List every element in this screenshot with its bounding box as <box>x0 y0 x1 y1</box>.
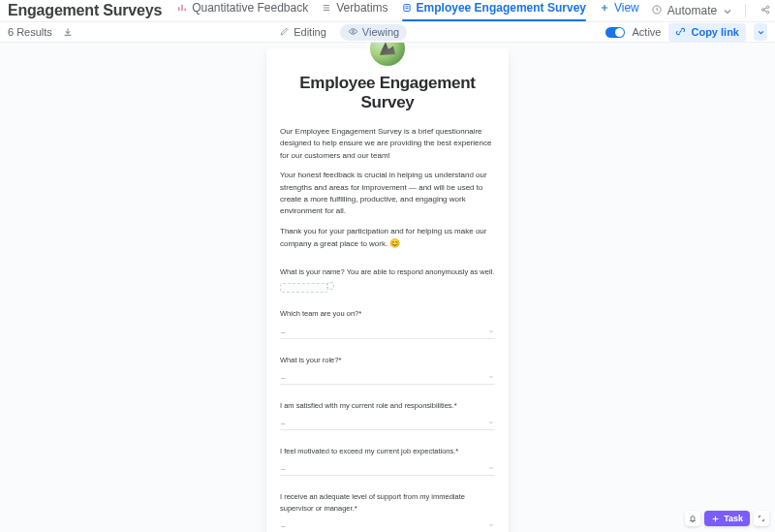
motivated-select[interactable]: – <box>280 462 495 476</box>
header-avatar-wrap <box>370 43 405 66</box>
question-label: I receive an adequate level of support f… <box>280 491 495 514</box>
copy-link-dropdown[interactable] <box>754 23 767 41</box>
intro-paragraph: Thank you for your participation and for… <box>280 226 495 251</box>
notifications-fab[interactable] <box>685 511 700 526</box>
chevron-down-icon <box>488 373 494 382</box>
task-label: Task <box>724 514 743 523</box>
question-label: What is your name? You are able to respo… <box>280 266 495 277</box>
tab-label: Quantitative Feedback <box>192 1 308 15</box>
tab-label: Employee Engagement Survey <box>417 1 586 15</box>
viewing-label: Viewing <box>362 26 399 38</box>
download-button[interactable] <box>62 26 74 38</box>
question-label: Which team are you on?* <box>280 308 495 319</box>
vertical-divider <box>745 4 746 17</box>
task-fab[interactable]: Task <box>704 511 750 526</box>
editing-mode-button[interactable]: Editing <box>271 24 334 41</box>
satisfied-select[interactable]: – <box>280 417 495 430</box>
active-toggle[interactable] <box>605 27 625 38</box>
question-label: What is your role?* <box>280 355 495 365</box>
copy-link-button[interactable]: Copy link <box>668 23 746 42</box>
share-button[interactable]: Share <box>760 4 775 18</box>
question-satisfied: I am satisfied with my current role and … <box>280 400 495 430</box>
pencil-icon <box>279 26 290 39</box>
plus-icon <box>600 3 609 13</box>
role-select[interactable]: – <box>280 371 495 385</box>
workspace-title: Engagement Surveys <box>8 2 162 19</box>
intro-paragraph: Your honest feedback is crucial in helpi… <box>280 170 495 218</box>
form-intro: Our Employee Engagement Survey is a brie… <box>280 126 495 251</box>
floating-action-row: Task <box>685 511 769 526</box>
select-value: – <box>281 464 286 473</box>
tab-verbatims[interactable]: Verbatims <box>322 1 388 20</box>
form-icon <box>402 3 412 13</box>
top-bar: Engagement Surveys Quantitative Feedback… <box>0 0 775 21</box>
chevron-down-icon <box>488 464 494 473</box>
link-icon <box>675 26 686 39</box>
chevron-down-icon <box>488 328 494 336</box>
add-view-label: View <box>614 1 639 15</box>
mode-toggle: Editing Viewing <box>271 24 407 41</box>
support-select[interactable]: – <box>280 519 495 532</box>
svg-rect-0 <box>403 5 409 12</box>
question-team: Which team are you on?* – <box>280 308 495 338</box>
select-value: – <box>281 521 286 530</box>
automate-button[interactable]: Automate <box>651 4 731 18</box>
team-select[interactable]: – <box>280 326 495 339</box>
automate-label: Automate <box>667 4 717 17</box>
attachment-placeholder[interactable] <box>280 283 328 293</box>
question-label: I am satisfied with my current role and … <box>280 400 495 411</box>
svg-point-4 <box>767 11 769 13</box>
form-heading: Employee Engagement Survey <box>280 74 495 112</box>
svg-point-2 <box>762 8 764 10</box>
chevron-down-icon <box>722 6 731 16</box>
tab-employee-engagement-survey[interactable]: Employee Engagement Survey <box>402 1 586 20</box>
question-label: I feel motivated to exceed my current jo… <box>280 446 495 456</box>
survey-page: Employee Engagement Survey Our Employee … <box>266 48 509 532</box>
chevron-down-icon <box>488 521 494 530</box>
svg-point-5 <box>352 30 354 32</box>
viewing-mode-button[interactable]: Viewing <box>340 24 407 41</box>
share-icon <box>760 4 771 18</box>
select-value: – <box>281 419 286 427</box>
copy-link-label: Copy link <box>691 26 739 38</box>
intro-paragraph: Our Employee Engagement Survey is a brie… <box>280 126 495 162</box>
question-support: I receive an adequate level of support f… <box>280 491 495 532</box>
toolbar: 6 Results Editing Viewing Active Copy li… <box>0 21 775 43</box>
view-tabs: Quantitative Feedback Verbatims Employee… <box>177 1 639 20</box>
eye-icon <box>348 26 358 39</box>
results-count: 6 Results <box>8 26 52 38</box>
question-role: What is your role?* – <box>280 355 495 385</box>
question-name: What is your name? You are able to respo… <box>280 266 495 293</box>
select-value: – <box>281 373 286 382</box>
select-value: – <box>281 328 286 336</box>
smile-emoji: 😊 <box>389 238 400 248</box>
active-label: Active <box>633 26 662 38</box>
expand-fab[interactable] <box>754 511 769 526</box>
bar-chart-icon <box>177 3 187 13</box>
tab-quantitative-feedback[interactable]: Quantitative Feedback <box>177 1 308 20</box>
svg-point-3 <box>767 6 769 8</box>
list-icon <box>322 3 331 13</box>
header-avatar <box>370 43 405 66</box>
clock-icon <box>651 4 663 18</box>
add-view-button[interactable]: View <box>600 1 639 20</box>
question-motivated: I feel motivated to exceed my current jo… <box>280 446 495 476</box>
form-canvas[interactable]: Employee Engagement Survey Our Employee … <box>0 43 775 532</box>
tab-label: Verbatims <box>336 1 388 15</box>
editing-label: Editing <box>294 26 326 38</box>
chevron-down-icon <box>488 419 494 427</box>
